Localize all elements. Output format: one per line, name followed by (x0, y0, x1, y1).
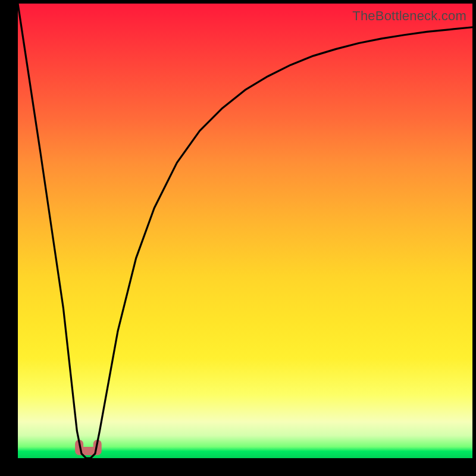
marker-group (79, 444, 98, 451)
chart-svg (18, 4, 472, 458)
watermark-text: TheBottleneck.com (352, 8, 466, 24)
curve-group (18, 4, 472, 458)
chart-frame: TheBottleneck.com (0, 0, 476, 476)
plot-area: TheBottleneck.com (18, 4, 472, 458)
optimal-marker (79, 444, 98, 451)
bottleneck-curve (18, 4, 472, 458)
